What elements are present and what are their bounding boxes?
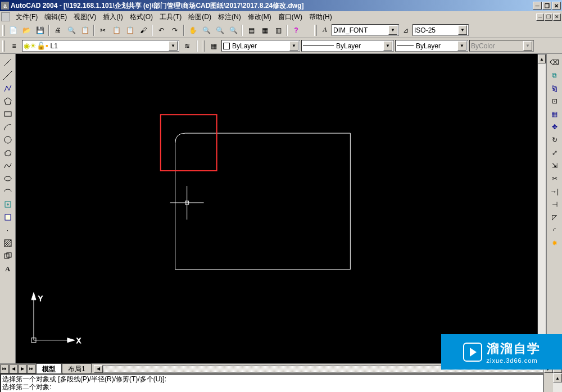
rectangle-button[interactable] [2, 108, 14, 120]
menu-dimension[interactable]: 标注(N) [215, 11, 244, 23]
insert-button[interactable] [2, 198, 14, 211]
help-button[interactable]: ? [290, 24, 302, 37]
menu-insert[interactable]: 插入(I) [99, 11, 126, 23]
document-icon[interactable] [1, 12, 10, 21]
textstyle-button[interactable]: A [319, 24, 331, 37]
undo-button[interactable]: ↶ [155, 24, 167, 37]
polygon-button[interactable] [2, 95, 14, 107]
array-button[interactable]: ▦ [549, 108, 561, 120]
dropdown-arrow-icon[interactable]: ▼ [169, 41, 178, 51]
scroll-up-button[interactable]: ▲ [538, 54, 546, 63]
tab-next-button[interactable]: ▶ [18, 364, 27, 373]
preview-button[interactable]: 🔍 [65, 24, 78, 37]
menu-edit[interactable]: 编辑(E) [41, 11, 70, 23]
menu-help[interactable]: 帮助(H) [306, 11, 336, 23]
arc-button[interactable] [2, 121, 14, 133]
hscroll-left-button[interactable]: ◀ [94, 365, 103, 373]
chamfer-button[interactable]: ◸ [549, 211, 561, 224]
zoom-rt-button[interactable]: 🔍 [200, 24, 212, 37]
dimstyle-button[interactable]: ⊿ [400, 24, 412, 37]
rotate-button[interactable]: ↻ [549, 134, 561, 146]
textstyle-dropdown[interactable]: DIM_FONT ▼ [332, 24, 399, 36]
menu-tools[interactable]: 工具(T) [156, 11, 185, 23]
layermgr-button[interactable]: ≡ [8, 40, 20, 52]
trim-button[interactable]: ✂ [549, 172, 561, 185]
lineweight-dropdown[interactable]: ByLayer ▼ [395, 40, 468, 52]
matchprop-button[interactable]: 🖌 [137, 24, 149, 37]
menu-modify[interactable]: 修改(M) [244, 11, 275, 23]
minimize-button[interactable]: ─ [533, 2, 542, 10]
dropdown-arrow-icon[interactable]: ▼ [289, 41, 298, 51]
colorctrl-button[interactable]: ▦ [207, 40, 220, 52]
mtext-button[interactable]: A [2, 263, 14, 275]
save-button[interactable]: 💾 [34, 24, 46, 37]
menu-window[interactable]: 窗口(W) [275, 11, 306, 23]
toolbar-grip[interactable] [202, 40, 205, 52]
command-window[interactable]: 选择第一个对象或 [多段线(P)/半径(R)/修剪(T)/多个(U)]: 选择第… [0, 373, 544, 392]
tab-layout1[interactable]: 布局1 [62, 363, 92, 374]
revcloud-button[interactable] [2, 147, 14, 159]
doc-close-button[interactable]: ✕ [553, 13, 561, 21]
layer-dropdown[interactable]: ◉ ☀ 🔓 ▪ L1 ▼ [22, 40, 179, 52]
publish-button[interactable]: 📋 [79, 24, 91, 37]
offset-button[interactable]: ⊡ [549, 95, 561, 107]
circle-button[interactable] [2, 134, 14, 146]
doc-restore-button[interactable]: ❐ [545, 13, 552, 21]
properties-button[interactable]: ▤ [245, 24, 257, 37]
pan-button[interactable]: ✋ [187, 24, 199, 37]
fillet-button[interactable]: ◜ [549, 224, 561, 236]
tab-model[interactable]: 模型 [36, 363, 62, 374]
pline-button[interactable] [2, 82, 14, 94]
menu-view[interactable]: 视图(V) [70, 11, 99, 23]
cmd-scroll-up[interactable]: ▲ [553, 373, 562, 382]
region-button[interactable] [2, 250, 14, 262]
scroll-track[interactable] [538, 63, 546, 354]
move-button[interactable]: ✥ [549, 121, 561, 133]
toolpalette-button[interactable]: ▥ [272, 24, 284, 37]
mirror-button[interactable]: ⧎ [549, 82, 561, 94]
menu-format[interactable]: 格式(O) [126, 11, 156, 23]
doc-minimize-button[interactable]: ─ [536, 13, 544, 21]
dropdown-arrow-icon[interactable]: ▼ [458, 25, 467, 35]
copy-obj-button[interactable]: ⧉ [549, 69, 561, 81]
xline-button[interactable] [2, 69, 14, 81]
toolbar-grip[interactable] [2, 40, 5, 52]
dimstyle-dropdown[interactable]: ISO-25 ▼ [413, 24, 469, 36]
print-button[interactable]: 🖨 [52, 24, 64, 37]
spline-button[interactable] [2, 159, 14, 172]
explode-button[interactable]: ✸ [549, 237, 561, 249]
extend-button[interactable]: →| [549, 185, 561, 198]
stretch-button[interactable]: ⇲ [549, 159, 561, 172]
break-button[interactable]: ⊣ [549, 198, 561, 211]
toolbar-grip-2[interactable] [314, 25, 317, 36]
makeblock-button[interactable] [2, 211, 14, 224]
cut-button[interactable]: ✂ [97, 24, 109, 37]
tab-last-button[interactable]: ⏭ [27, 364, 36, 373]
tab-first-button[interactable]: ⏮ [0, 364, 9, 373]
vertical-scrollbar[interactable]: ▲ ▼ [537, 54, 546, 363]
ellipse-button[interactable] [2, 172, 14, 185]
zoom-prev-button[interactable]: 🔍 [227, 24, 239, 37]
menu-draw[interactable]: 绘图(D) [185, 11, 215, 23]
designcenter-button[interactable]: ▦ [259, 24, 271, 37]
erase-button[interactable]: ⌫ [549, 56, 561, 69]
layerprev-button[interactable]: ≋ [181, 40, 193, 52]
toolbar-grip[interactable] [2, 25, 5, 36]
copy-button[interactable]: 📋 [110, 24, 123, 37]
redo-button[interactable]: ↷ [169, 24, 181, 37]
color-dropdown[interactable]: ByLayer ▼ [221, 40, 300, 52]
dropdown-arrow-icon[interactable]: ▼ [383, 41, 392, 51]
menu-file[interactable]: 文件(F) [12, 11, 41, 23]
linetype-dropdown[interactable]: ByLayer ▼ [301, 40, 394, 52]
dropdown-arrow-icon[interactable]: ▼ [388, 25, 397, 35]
maximize-button[interactable]: ❐ [542, 2, 551, 10]
close-button[interactable]: ✕ [552, 2, 561, 10]
scale-button[interactable]: ⤢ [549, 147, 561, 159]
tab-prev-button[interactable]: ◀ [9, 364, 18, 373]
zoom-win-button[interactable]: 🔍 [214, 24, 226, 37]
ellipsearc-button[interactable] [2, 185, 14, 198]
hatch-button[interactable] [2, 237, 14, 249]
point-button[interactable]: · [2, 224, 14, 236]
open-button[interactable]: 📂 [20, 24, 33, 37]
cmd-scrollbar[interactable]: ▲ ▼ [553, 373, 562, 392]
